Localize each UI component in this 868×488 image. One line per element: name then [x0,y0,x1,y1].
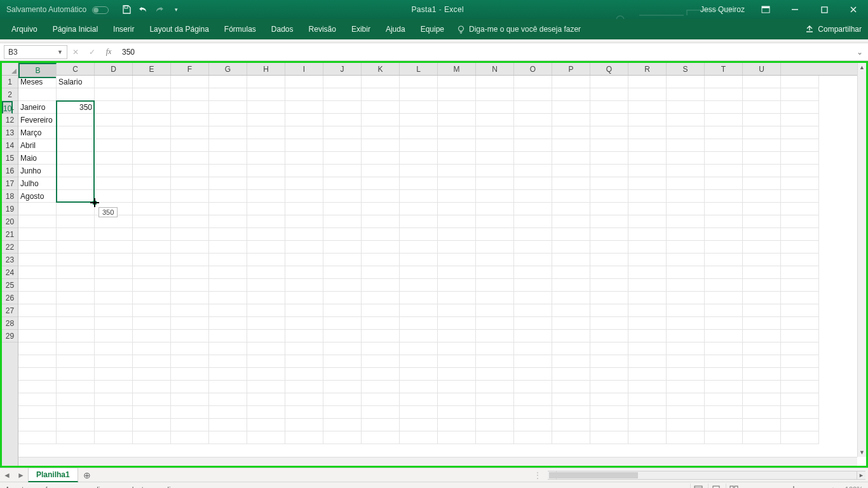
cell-J29[interactable] [362,431,400,444]
cell-P9[interactable] [590,177,628,190]
cell-S25[interactable] [705,381,743,393]
cell-L24[interactable] [438,368,476,381]
cell-H19[interactable] [285,304,323,317]
cell-I20[interactable] [323,317,362,330]
cell-B16[interactable] [57,266,95,279]
cell-I17[interactable] [323,279,362,292]
save-icon[interactable] [121,4,132,15]
cell-E28[interactable] [171,419,209,431]
cell-M28[interactable] [476,419,514,431]
cell-J16[interactable] [362,266,400,279]
cell-F23[interactable] [209,355,247,368]
col-header-H[interactable]: H [247,63,285,75]
cell-R27[interactable] [667,406,705,419]
cell-E23[interactable] [171,355,209,368]
cell-L22[interactable] [438,342,476,355]
cell-J17[interactable] [362,279,400,292]
cell-O18[interactable] [552,292,590,304]
cell-D14[interactable] [133,241,171,254]
cell-K14[interactable] [400,241,438,254]
cell-Q4[interactable] [628,114,667,126]
cell-U8[interactable] [781,165,819,177]
cell-B7[interactable] [57,152,95,165]
cell-I22[interactable] [323,342,362,355]
cell-S2[interactable] [705,88,743,101]
normal-view-icon[interactable] [690,484,707,489]
cell-R24[interactable] [667,368,705,381]
cell-B28[interactable] [57,419,95,431]
cell-A13[interactable] [18,228,57,241]
cell-S5[interactable] [705,126,743,139]
page-break-view-icon[interactable] [726,484,742,489]
cell-Q14[interactable] [628,241,667,254]
cell-K9[interactable] [400,177,438,190]
cell-B22[interactable] [57,342,95,355]
cell-I7[interactable] [323,152,362,165]
cell-M13[interactable] [476,228,514,241]
cell-D23[interactable] [133,355,171,368]
row-header-22[interactable]: 22 [2,241,18,254]
cell-I3[interactable] [323,101,362,114]
cell-K18[interactable] [400,292,438,304]
cell-E3[interactable] [171,101,209,114]
cell-J5[interactable] [362,126,400,139]
row-header-11[interactable]: 11 [2,101,18,114]
cell-B19[interactable] [57,304,95,317]
cell-P15[interactable] [590,254,628,266]
cell-N4[interactable] [514,114,552,126]
cell-F9[interactable] [209,177,247,190]
insert-function-button[interactable]: fx [100,47,117,57]
cell-U27[interactable] [781,406,819,419]
cell-P27[interactable] [590,406,628,419]
cell-M17[interactable] [476,279,514,292]
cell-P8[interactable] [590,165,628,177]
cell-C9[interactable] [95,177,133,190]
cell-F19[interactable] [209,304,247,317]
cell-G22[interactable] [247,342,285,355]
cell-O5[interactable] [552,126,590,139]
cell-L17[interactable] [438,279,476,292]
cell-F10[interactable] [209,190,247,203]
col-header-O[interactable]: O [514,63,552,75]
cell-T20[interactable] [743,317,781,330]
cell-U1[interactable] [781,76,819,88]
col-header-A[interactable]: A [18,63,57,75]
cell-T14[interactable] [743,241,781,254]
cell-N29[interactable] [514,431,552,444]
cell-M25[interactable] [476,381,514,393]
cell-S15[interactable] [705,254,743,266]
cell-R11[interactable] [667,203,705,215]
cell-E17[interactable] [171,279,209,292]
cell-Q16[interactable] [628,266,667,279]
cell-I29[interactable] [323,431,362,444]
cell-P23[interactable] [590,355,628,368]
cell-G15[interactable] [247,254,285,266]
col-header-S[interactable]: S [667,63,705,75]
cell-B12[interactable] [57,215,95,228]
cell-S19[interactable] [705,304,743,317]
cell-R21[interactable] [667,330,705,342]
enter-icon[interactable]: ✓ [84,48,100,57]
cell-A15[interactable] [18,254,57,266]
cell-B6[interactable] [57,139,95,152]
cell-S26[interactable] [705,393,743,406]
cell-B23[interactable] [57,355,95,368]
cell-A21[interactable] [18,330,57,342]
cell-L2[interactable] [438,88,476,101]
cell-U12[interactable] [781,215,819,228]
cell-Q8[interactable] [628,165,667,177]
ribbon-display-options-icon[interactable] [751,0,780,19]
close-icon[interactable] [839,0,868,19]
col-header-P[interactable]: P [552,63,590,75]
cell-L8[interactable] [438,165,476,177]
cell-A5[interactable]: Março [18,126,57,139]
cell-B3[interactable]: 350 [57,101,95,114]
cell-O27[interactable] [552,406,590,419]
cell-T6[interactable] [743,139,781,152]
cell-K21[interactable] [400,330,438,342]
row-header-1[interactable]: 1 [2,76,18,88]
cell-J2[interactable] [362,88,400,101]
cell-A27[interactable] [18,406,57,419]
cell-J21[interactable] [362,330,400,342]
cell-B4[interactable] [57,114,95,126]
